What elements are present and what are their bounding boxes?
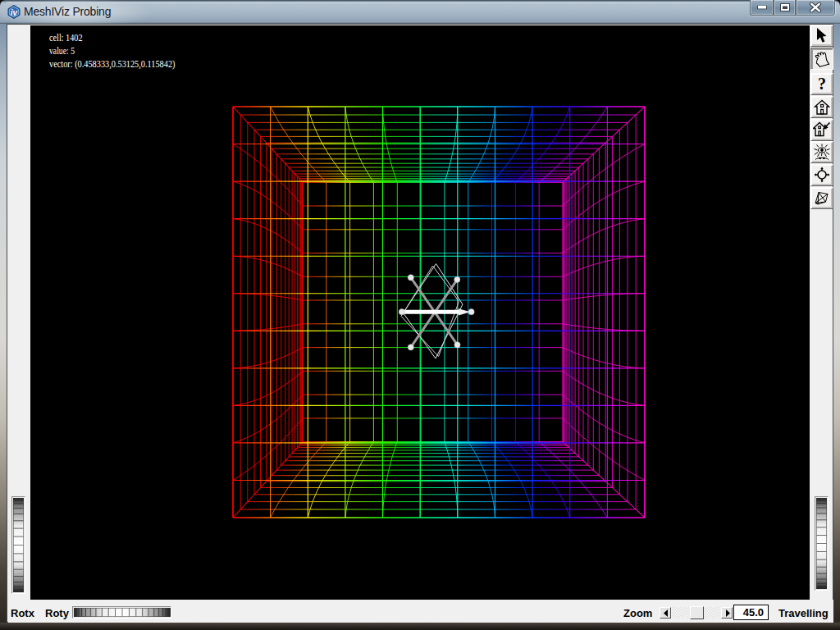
svg-text:iv: iv [11,8,19,17]
svg-text:value: 5: value: 5 [49,45,75,57]
svg-text:cell: 1402: cell: 1402 [49,32,83,43]
svg-text:vector: (0.458333,0.53125,0.11: vector: (0.458333,0.53125,0.115842) [49,58,176,70]
